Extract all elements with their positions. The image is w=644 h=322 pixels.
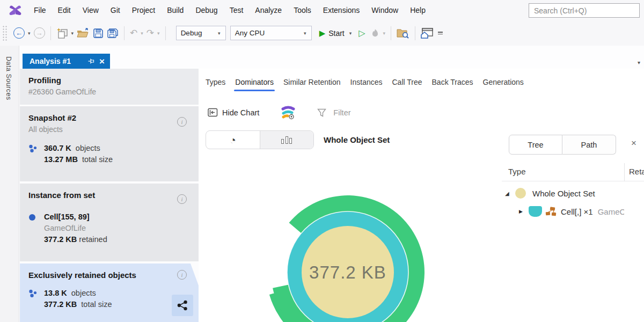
hide-chart-button[interactable]: Hide Chart	[208, 108, 259, 117]
new-project-chevron[interactable]: ▾	[70, 31, 76, 36]
snapshot-subtitle: All objects	[28, 125, 190, 134]
menu-edit[interactable]: Edit	[52, 4, 77, 17]
redo-button[interactable]: ↷	[145, 26, 156, 40]
close-icon[interactable]: ×	[99, 57, 105, 66]
start-without-debugging-button[interactable]: ▷	[355, 28, 368, 38]
snapshot-size-stat: 13.27 MB total size	[44, 154, 113, 165]
tree-path-toggle: Tree Path	[509, 135, 616, 155]
new-project-button[interactable]	[55, 26, 70, 40]
menu-build[interactable]: Build	[161, 4, 189, 17]
path-view-button[interactable]: Path	[562, 135, 616, 155]
menu-window[interactable]: Window	[365, 4, 404, 17]
menu-file[interactable]: File	[28, 4, 52, 17]
tab-dominators[interactable]: Dominators	[235, 78, 274, 91]
menu-analyze[interactable]: Analyze	[249, 4, 288, 17]
objects-dots-icon	[28, 144, 38, 153]
tree-row-whole-object-set[interactable]: ◢ Whole Object Set	[502, 185, 624, 202]
snapshot-card[interactable]: Snapshot #2 All objects 360.7 K objects …	[20, 106, 199, 181]
menu-project[interactable]: Project	[126, 4, 162, 17]
menu-tools[interactable]: Tools	[288, 4, 317, 17]
undo-dropdown-chevron[interactable]: ▾	[139, 31, 145, 36]
open-folder-button[interactable]	[75, 26, 91, 40]
navigate-forward-button[interactable]: →	[32, 26, 47, 40]
save-all-button[interactable]	[105, 26, 120, 40]
tree-row-context: GameOfLife	[598, 207, 624, 216]
find-in-files-button[interactable]	[395, 26, 411, 40]
collapsed-triangle-icon[interactable]: ▶	[519, 209, 526, 214]
exclusively-retained-card[interactable]: Exclusively retained objects 13.8 K obje…	[20, 264, 199, 322]
navigate-back-button[interactable]: ←	[12, 26, 26, 40]
bar-view-button[interactable]	[260, 131, 314, 149]
toolbar-grip[interactable]	[2, 25, 8, 41]
share-graph-icon	[177, 300, 188, 311]
exclusive-objects-stat: 13.8 K objects	[44, 288, 112, 299]
tab-list-chevron-icon[interactable]: ▾	[638, 60, 640, 65]
menu-test[interactable]: Test	[224, 4, 250, 17]
tree-row-label: Whole Object Set	[532, 189, 595, 198]
profiling-card[interactable]: Profiling #26360 GameOfLife	[20, 69, 199, 105]
tab-types[interactable]: Types	[206, 78, 225, 91]
solution-configuration-dropdown[interactable]: Debug ▾	[176, 26, 226, 40]
menu-bar: File Edit View Git Project Build Debug T…	[0, 0, 644, 20]
tree-row-cell-array[interactable]: ▶ Cell[,] ×1 GameOfLife	[502, 203, 624, 220]
hot-reload-button[interactable]	[369, 27, 382, 40]
toolbar-separator	[165, 26, 166, 40]
search-input[interactable]	[529, 3, 640, 18]
tab-call-tree[interactable]: Call Tree	[392, 78, 422, 91]
solution-configuration-value: Debug	[181, 29, 202, 37]
save-button[interactable]	[91, 26, 105, 40]
visual-studio-logo	[8, 4, 23, 17]
tab-instances[interactable]: Instances	[350, 78, 383, 91]
tree-row-label: Cell[,] ×1	[561, 207, 593, 216]
play-icon: ▶	[319, 28, 326, 38]
new-project-icon	[56, 28, 68, 39]
snapshot-title: Snapshot #2	[28, 113, 190, 122]
profiling-subtitle: #26360 GameOfLife	[28, 87, 190, 96]
grid-header: Type Retained	[502, 162, 644, 181]
toolbar-separator	[391, 26, 391, 40]
column-divider[interactable]	[624, 163, 625, 181]
start-debugging-button[interactable]: ▶ Start ▾	[317, 27, 356, 40]
toolbar-separator	[415, 26, 415, 40]
tree-view-button[interactable]: Tree	[509, 135, 562, 155]
hide-chart-label: Hide Chart	[222, 108, 259, 117]
redo-dropdown-chevron[interactable]: ▾	[156, 31, 162, 36]
back-dropdown-chevron[interactable]: ▾	[26, 31, 32, 36]
tab-similar-retention[interactable]: Similar Retention	[283, 78, 341, 91]
visual-studio-window: File Edit View Git Project Build Debug T…	[0, 0, 644, 322]
solution-explorer-button[interactable]	[419, 26, 435, 40]
data-sources-label[interactable]: Data Sources	[5, 56, 12, 100]
menu-view[interactable]: View	[77, 4, 105, 17]
instance-context: GameOfLife	[44, 223, 107, 234]
close-icon[interactable]: ×	[631, 138, 636, 148]
column-retained[interactable]: Retained	[629, 167, 644, 176]
info-icon[interactable]	[177, 194, 187, 204]
info-icon[interactable]	[177, 270, 187, 280]
menu-extensions[interactable]: Extensions	[317, 4, 365, 17]
hot-reload-chevron[interactable]: ▾	[382, 31, 387, 36]
undo-button[interactable]: ↶	[128, 26, 139, 40]
expanded-triangle-icon[interactable]: ◢	[505, 191, 513, 196]
pin-icon[interactable]	[87, 57, 94, 65]
chart-types-icon[interactable]	[281, 105, 296, 120]
open-retention-graph-button[interactable]	[172, 295, 193, 316]
solution-platform-value: Any CPU	[235, 29, 265, 37]
tab-back-traces[interactable]: Back Traces	[432, 78, 473, 91]
sunburst-view-button[interactable]: ◔	[206, 131, 260, 149]
document-tab-strip: Analysis #1 × ▾	[0, 46, 644, 69]
toolbar-overflow-button[interactable]	[438, 32, 443, 34]
tab-generations[interactable]: Generations	[483, 78, 524, 91]
exclusive-title: Exclusively retained objects	[28, 270, 190, 280]
solution-platform-dropdown[interactable]: Any CPU ▾	[230, 26, 312, 40]
info-icon[interactable]	[177, 117, 187, 127]
document-tab-analysis[interactable]: Analysis #1 ×	[23, 54, 110, 69]
filter-control[interactable]: Filter	[317, 108, 350, 117]
menu-debug[interactable]: Debug	[189, 4, 223, 17]
menu-git[interactable]: Git	[105, 4, 126, 17]
menu-help[interactable]: Help	[404, 4, 431, 17]
column-type[interactable]: Type	[508, 167, 526, 176]
instance-card[interactable]: Instance from set Cell[155, 89] GameOfLi…	[20, 184, 199, 261]
instance-title: Instance from set	[28, 191, 190, 200]
flame-icon	[370, 28, 380, 38]
object-set-icon	[515, 188, 526, 199]
